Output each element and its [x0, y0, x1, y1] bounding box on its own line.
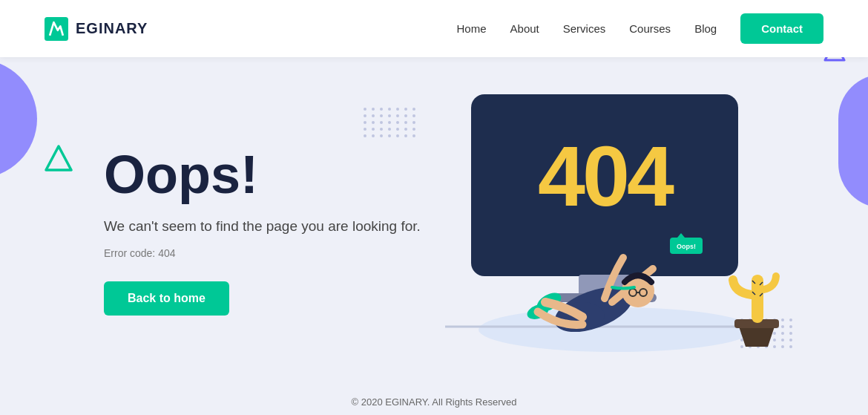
svg-text:404: 404: [538, 128, 674, 223]
footer-text: © 2020 EGINARY. All Rights Reserved: [352, 396, 517, 408]
nav-about[interactable]: About: [510, 22, 539, 35]
footer: © 2020 EGINARY. All Rights Reserved: [0, 389, 868, 415]
not-found-description: We can't seem to find the page you are l…: [104, 216, 421, 238]
svg-text:Oops!: Oops!: [677, 243, 696, 250]
logo[interactable]: EGINARY: [45, 17, 148, 41]
left-content: Oops! We can't seem to find the page you…: [104, 148, 421, 316]
nav-home[interactable]: Home: [457, 22, 487, 35]
back-to-home-button[interactable]: Back to home: [104, 281, 229, 316]
contact-button[interactable]: Contact: [740, 13, 823, 44]
header: EGINARY Home About Services Courses Blog…: [0, 0, 868, 57]
logo-icon: [45, 17, 68, 41]
nav-services[interactable]: Services: [563, 22, 606, 35]
illustration: 404 Oops!: [423, 91, 809, 373]
nav-blog[interactable]: Blog: [694, 22, 717, 35]
oops-title: Oops!: [104, 148, 421, 201]
brand-name: EGINARY: [76, 20, 148, 37]
main-nav: Home About Services Courses Blog Contact: [457, 13, 823, 44]
error-code-text: Error code: 404: [104, 247, 421, 259]
main-content: Oops! We can't seem to find the page you…: [0, 57, 868, 391]
illustration-svg: 404 Oops!: [423, 91, 809, 380]
nav-courses[interactable]: Courses: [629, 22, 671, 35]
